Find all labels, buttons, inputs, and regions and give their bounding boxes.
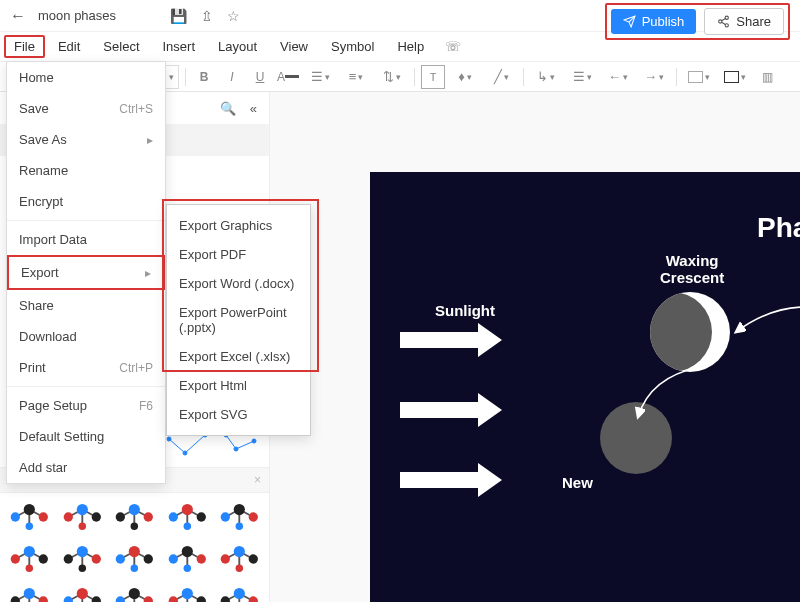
menu-insert[interactable]: Insert [153, 35, 206, 58]
svg-point-165 [249, 596, 258, 602]
menu-help[interactable]: Help [387, 35, 434, 58]
shape-molecule-2[interactable] [59, 499, 106, 535]
line-spacing-button[interactable]: ⇅▾ [376, 65, 408, 89]
file-add-star[interactable]: Add star [7, 452, 165, 483]
label-sunlight: Sunlight [435, 302, 495, 319]
svg-point-110 [76, 546, 87, 557]
svg-point-102 [39, 554, 48, 563]
export-word[interactable]: Export Word (.docx) [167, 269, 310, 298]
menu-layout[interactable]: Layout [208, 35, 267, 58]
file-export[interactable]: Export▸ [7, 255, 165, 290]
publish-button[interactable]: Publish [611, 9, 697, 34]
svg-point-96 [234, 504, 245, 515]
file-default-setting[interactable]: Default Setting [7, 421, 165, 452]
connector-button[interactable]: ↳▾ [530, 65, 562, 89]
shape-molecule-6[interactable] [6, 541, 53, 577]
menu-view[interactable]: View [270, 35, 318, 58]
shape-molecule-11[interactable] [6, 583, 53, 602]
svg-point-152 [129, 588, 140, 599]
document-canvas[interactable]: Phases o Sunlight Waxing Crescent New [370, 172, 800, 602]
export-quick-icon[interactable]: ⇫ [201, 8, 213, 24]
orbit-arrow-1 [630, 362, 720, 432]
file-home[interactable]: Home [7, 62, 165, 93]
svg-line-53 [169, 439, 185, 453]
svg-point-130 [249, 554, 258, 563]
shape-molecule-15[interactable] [216, 583, 263, 602]
export-html[interactable]: Export Html [167, 371, 310, 400]
save-icon[interactable]: 💾 [170, 8, 187, 24]
shape-molecule-3[interactable] [111, 499, 158, 535]
shape-fill-button[interactable]: ▾ [683, 65, 715, 89]
svg-point-69 [26, 523, 33, 530]
share-icon [717, 15, 730, 28]
file-share[interactable]: Share [7, 290, 165, 321]
label-waxing-crescent: Waxing Crescent [660, 252, 724, 286]
file-rename[interactable]: Rename [7, 155, 165, 186]
shape-molecule-12[interactable] [59, 583, 106, 602]
star-icon[interactable]: ☆ [227, 8, 240, 24]
publish-share-group: Publish Share [605, 3, 790, 40]
export-excel[interactable]: Export Excel (.xlsx) [167, 342, 310, 371]
fill-color-button[interactable]: ♦▾ [449, 65, 481, 89]
export-graphics[interactable]: Export Graphics [167, 211, 310, 240]
file-encrypt[interactable]: Encrypt [7, 186, 165, 217]
menu-file[interactable]: File [4, 35, 45, 58]
share-button[interactable]: Share [704, 8, 784, 35]
export-svg[interactable]: Export SVG [167, 400, 310, 429]
shape-molecule-8[interactable] [111, 541, 158, 577]
shape-molecule-9[interactable] [164, 541, 211, 577]
shape-molecule-5[interactable] [216, 499, 263, 535]
file-import-data[interactable]: Import Data [7, 224, 165, 255]
panel-search-icon[interactable]: 🔍 [220, 101, 236, 116]
shape-molecule-4[interactable] [164, 499, 211, 535]
shape-molecule-7[interactable] [59, 541, 106, 577]
svg-point-68 [24, 504, 35, 515]
shape-molecule-10[interactable] [216, 541, 263, 577]
svg-point-83 [131, 523, 138, 530]
line-tool-button[interactable]: ╱▾ [485, 65, 517, 89]
document-title: moon phases [38, 8, 158, 23]
file-save-as[interactable]: Save As▸ [7, 124, 165, 155]
svg-point-143 [63, 596, 72, 602]
svg-point-137 [39, 596, 48, 602]
valign-button[interactable]: ≡▾ [340, 65, 372, 89]
canvas-area[interactable]: Phases o Sunlight Waxing Crescent New [270, 92, 800, 602]
font-color-button[interactable]: A [276, 65, 300, 89]
export-pdf[interactable]: Export PDF [167, 240, 310, 269]
file-download[interactable]: Download [7, 321, 165, 352]
align-button[interactable]: ☰▾ [304, 65, 336, 89]
category-close-icon[interactable]: × [254, 473, 261, 487]
svg-point-55 [167, 437, 171, 441]
svg-point-80 [116, 512, 125, 521]
shape-molecule-14[interactable] [164, 583, 211, 602]
italic-button[interactable]: I [220, 65, 244, 89]
svg-point-138 [24, 588, 35, 599]
shape-molecule-13[interactable] [111, 583, 158, 602]
file-page-setup[interactable]: Page SetupF6 [7, 390, 165, 421]
menu-symbol[interactable]: Symbol [321, 35, 384, 58]
svg-point-97 [236, 523, 243, 530]
arrow-start-button[interactable]: ←▾ [602, 65, 634, 89]
arrow-end-button[interactable]: →▾ [638, 65, 670, 89]
underline-button[interactable]: U [248, 65, 272, 89]
bold-button[interactable]: B [192, 65, 216, 89]
textbox-button[interactable]: T [421, 65, 445, 89]
export-powerpoint[interactable]: Export PowerPoint (.pptx) [167, 298, 310, 342]
back-icon[interactable]: ← [10, 7, 26, 25]
svg-point-122 [168, 554, 177, 563]
menu-edit[interactable]: Edit [48, 35, 90, 58]
shape-molecule-1[interactable] [6, 499, 53, 535]
svg-point-151 [144, 596, 153, 602]
file-save[interactable]: SaveCtrl+S [7, 93, 165, 124]
menu-select[interactable]: Select [93, 35, 149, 58]
panel-collapse-icon[interactable]: « [250, 101, 257, 116]
shadow-button[interactable]: ▥ [755, 65, 779, 89]
glasses-icon[interactable]: ☏ [437, 35, 469, 58]
line-style-button[interactable]: ☰▾ [566, 65, 598, 89]
sunlight-arrow-3 [400, 472, 480, 488]
shape-outline-button[interactable]: ▾ [719, 65, 751, 89]
svg-point-158 [196, 596, 205, 602]
svg-point-0 [725, 16, 728, 19]
svg-point-66 [11, 512, 20, 521]
file-print[interactable]: PrintCtrl+P [7, 352, 165, 383]
